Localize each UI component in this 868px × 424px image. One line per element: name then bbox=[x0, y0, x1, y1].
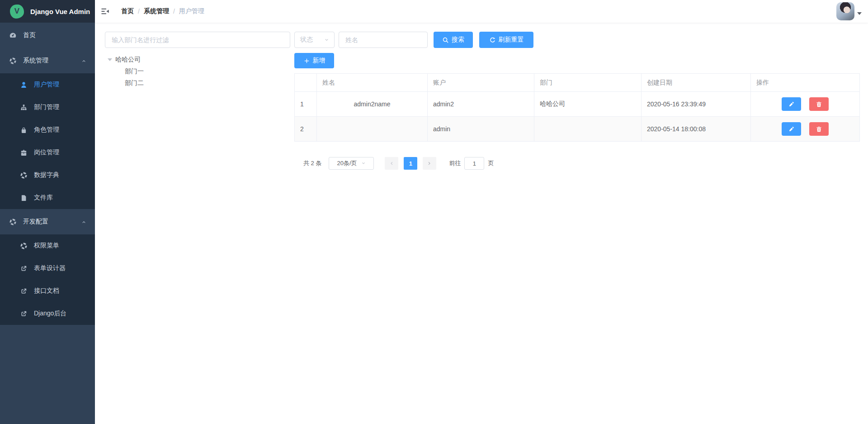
hamburger-icon[interactable] bbox=[100, 7, 109, 16]
breadcrumb-system[interactable]: 系统管理 bbox=[144, 7, 169, 15]
sidebar-item-label: 接口文档 bbox=[34, 287, 59, 295]
filter-row: 状态 搜索 bbox=[294, 32, 860, 48]
page-number-1[interactable]: 1 bbox=[404, 157, 417, 170]
cell-created: 2020-05-14 18:00:08 bbox=[642, 117, 751, 142]
reset-button-label: 刷新重置 bbox=[499, 36, 524, 44]
tree-node-label: 部门一 bbox=[125, 67, 144, 76]
chevron-down-icon bbox=[361, 161, 366, 166]
sidebar-item-departments[interactable]: 部门管理 bbox=[0, 96, 95, 119]
sidebar-item-label: 角色管理 bbox=[34, 126, 59, 134]
cell-name: admin2name bbox=[317, 92, 428, 117]
cell-department: 哈哈公司 bbox=[534, 92, 642, 117]
department-filter-input[interactable] bbox=[105, 32, 290, 48]
sidebar-item-posts[interactable]: 岗位管理 bbox=[0, 141, 95, 164]
sidebar-menu: 首页 系统管理 用户管理 bbox=[0, 23, 95, 424]
avatar[interactable] bbox=[836, 2, 854, 20]
col-department: 部门 bbox=[534, 74, 642, 92]
external-link-icon bbox=[20, 310, 28, 318]
table-header-row: 姓名 账户 部门 创建日期 操作 bbox=[295, 74, 860, 92]
tree-node-dept2[interactable]: 部门二 bbox=[105, 77, 290, 89]
add-button[interactable]: 新增 bbox=[294, 53, 334, 68]
plus-icon bbox=[303, 57, 310, 64]
external-link-icon bbox=[20, 287, 28, 295]
pagination-total: 共 2 条 bbox=[303, 159, 321, 167]
sidebar-item-home[interactable]: 首页 bbox=[0, 23, 95, 48]
breadcrumb-current: 用户管理 bbox=[179, 7, 204, 15]
sidebar-item-label: 首页 bbox=[23, 31, 36, 39]
component-icon bbox=[9, 57, 17, 65]
app-root: V Django Vue Admin 首页 系统管理 bbox=[0, 0, 868, 424]
sidebar-item-label: 开发配置 bbox=[23, 218, 48, 226]
sidebar-item-permission-menu[interactable]: 权限菜单 bbox=[0, 234, 95, 257]
logo-bar: V Django Vue Admin bbox=[0, 0, 95, 23]
status-select-placeholder: 状态 bbox=[300, 36, 313, 44]
breadcrumb-home[interactable]: 首页 bbox=[121, 7, 134, 15]
refresh-reset-button[interactable]: 刷新重置 bbox=[479, 32, 533, 48]
col-actions: 操作 bbox=[751, 74, 860, 92]
sidebar-item-label: 权限菜单 bbox=[34, 242, 59, 250]
sidebar: V Django Vue Admin 首页 系统管理 bbox=[0, 0, 95, 424]
sidebar-item-label: 岗位管理 bbox=[34, 148, 59, 157]
tree-node-label: 哈哈公司 bbox=[115, 56, 141, 64]
search-button[interactable]: 搜索 bbox=[434, 32, 473, 48]
navbar: 首页 / 系统管理 / 用户管理 bbox=[95, 0, 868, 23]
edit-button[interactable] bbox=[782, 97, 801, 111]
table-row: 2 admin 2020-05-14 18:00:08 bbox=[295, 117, 860, 142]
user-table: 姓名 账户 部门 创建日期 操作 1 admin2name admin2 哈哈公 bbox=[294, 73, 860, 142]
edit-button[interactable] bbox=[782, 122, 801, 136]
name-input[interactable] bbox=[339, 32, 428, 48]
user-panel: 状态 搜索 bbox=[294, 32, 860, 424]
sidebar-item-roles[interactable]: 角色管理 bbox=[0, 119, 95, 141]
cell-department bbox=[534, 117, 642, 142]
cell-index: 1 bbox=[295, 92, 317, 117]
chevron-down-icon bbox=[324, 37, 330, 43]
caret-down-icon[interactable] bbox=[857, 12, 862, 15]
department-panel: 哈哈公司 部门一 部门二 bbox=[105, 32, 290, 424]
sidebar-item-api-docs[interactable]: 接口文档 bbox=[0, 280, 95, 302]
page-size-select[interactable]: 20条/页 bbox=[329, 157, 374, 170]
goto-page-input[interactable] bbox=[464, 157, 484, 170]
cell-created: 2020-05-16 23:39:49 bbox=[642, 92, 751, 117]
sidebar-item-files[interactable]: 文件库 bbox=[0, 186, 95, 209]
sidebar-item-dictionary[interactable]: 数据字典 bbox=[0, 164, 95, 186]
external-link-icon bbox=[20, 265, 28, 272]
tree-caret-icon[interactable] bbox=[108, 58, 112, 61]
cell-actions bbox=[751, 92, 860, 117]
cell-index: 2 bbox=[295, 117, 317, 142]
goto-suffix-label: 页 bbox=[488, 159, 494, 167]
app-title: Django Vue Admin bbox=[30, 8, 90, 15]
col-created: 创建日期 bbox=[642, 74, 751, 92]
tree-node-company[interactable]: 哈哈公司 bbox=[105, 54, 290, 66]
cell-account: admin bbox=[428, 117, 534, 142]
sidebar-submenu-system[interactable]: 系统管理 bbox=[0, 48, 95, 73]
briefcase-icon bbox=[20, 149, 28, 157]
sidebar-item-users[interactable]: 用户管理 bbox=[0, 73, 95, 96]
submenu-devconfig: 权限菜单 表单设计器 接口文档 bbox=[0, 234, 95, 325]
goto-label: 前往 bbox=[449, 159, 461, 167]
tree-node-dept1[interactable]: 部门一 bbox=[105, 66, 290, 77]
status-select[interactable]: 状态 bbox=[294, 32, 335, 48]
main-area: 首页 / 系统管理 / 用户管理 哈哈公司 bbox=[95, 0, 868, 424]
sidebar-submenu-devconfig[interactable]: 开发配置 bbox=[0, 209, 95, 234]
dashboard-icon bbox=[9, 32, 17, 39]
next-page-button[interactable] bbox=[423, 157, 436, 170]
edit-icon bbox=[788, 126, 795, 133]
sidebar-item-label: 数据字典 bbox=[34, 171, 59, 179]
component-icon bbox=[20, 242, 28, 250]
search-icon bbox=[442, 37, 449, 43]
sidebar-item-django-admin[interactable]: Django后台 bbox=[0, 302, 95, 325]
user-icon bbox=[20, 81, 28, 89]
sidebar-item-form-designer[interactable]: 表单设计器 bbox=[0, 257, 95, 280]
refresh-icon bbox=[489, 37, 496, 43]
delete-button[interactable] bbox=[809, 97, 829, 111]
delete-button[interactable] bbox=[809, 122, 829, 136]
chevron-up-icon bbox=[81, 58, 87, 64]
prev-page-button[interactable] bbox=[385, 157, 398, 170]
trash-icon bbox=[816, 126, 822, 133]
col-account: 账户 bbox=[428, 74, 534, 92]
org-tree-icon bbox=[20, 104, 28, 111]
sidebar-item-label: 表单设计器 bbox=[34, 264, 66, 272]
document-icon bbox=[20, 194, 28, 202]
add-button-label: 新增 bbox=[313, 57, 326, 65]
trash-icon bbox=[816, 101, 822, 108]
